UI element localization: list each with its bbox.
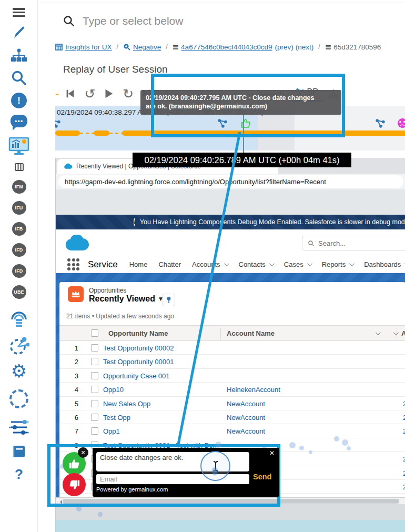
docs-book-icon[interactable] [0,445,38,458]
scrollbar-thumb[interactable] [63,499,399,504]
row-checkbox[interactable] [91,358,98,365]
restart-button[interactable]: ↺ [84,87,95,101]
sitemap-icon[interactable] [0,48,38,63]
chevron-down-icon[interactable] [393,330,399,335]
table-row[interactable]: 5New Sales OppNewAccount2 [59,397,405,410]
thumbs-down-button[interactable] [63,473,86,496]
app-launcher-icon[interactable] [67,258,79,270]
column-header-account-name[interactable]: Account Name [227,329,275,337]
play-button[interactable] [103,88,114,99]
menu-icon[interactable] [0,6,38,18]
row-checkbox[interactable] [91,427,98,435]
event-marker-network-icon[interactable] [217,118,228,131]
listener-icon[interactable] [0,308,38,328]
url-bar[interactable]: https://gapm-dev-ed.lightning.force.com/… [58,175,403,188]
columns-icon[interactable] [0,163,38,171]
dashed-circle-icon[interactable] [0,389,38,408]
opportunity-name-link[interactable]: Opportunity Case 001 [103,372,169,380]
table-row[interactable]: 3Opportunity Case 001 [59,369,405,383]
row-checkbox[interactable] [91,400,98,407]
minimize-button[interactable]: - [55,87,59,101]
column-header-opportunity-name[interactable]: Opportunity Name [108,329,168,337]
dismiss-badge[interactable]: ✕ [78,447,88,458]
event-marker-network-icon[interactable] [375,118,386,131]
list-view-selector[interactable]: Recently Viewed▼ [89,294,163,304]
pin-icon [166,296,172,304]
event-marker-negative-face-icon[interactable] [397,118,405,131]
sliders-icon[interactable] [0,418,38,436]
breadcrumb-insights-link[interactable]: Insights for UX [65,43,112,51]
scroll-left-arrow-icon[interactable] [58,500,62,504]
account-name-link[interactable]: NewAccount [227,414,265,421]
row-checkbox[interactable] [91,344,98,352]
timeline-playhead[interactable] [243,115,244,153]
page-title: Replay of User Session [63,64,168,75]
sidebar-badge-ifd-3[interactable]: IFD [12,243,26,257]
next-link[interactable]: (next) [296,43,314,51]
breadcrumb-session-link[interactable]: 4a677546c0becf44043c0cd9 [181,43,272,51]
opportunity-name-link[interactable]: Opp1 [103,427,120,435]
mouse-trail-dot [347,446,351,450]
table-row[interactable]: 6Test OppNewAccount2 [59,410,405,424]
pen-icon[interactable] [0,25,38,41]
opportunity-name-link[interactable]: Test Opportunity 00002 [103,344,174,352]
table-row[interactable]: 4Opp10HeinekenAccount [59,383,405,396]
prev-link[interactable]: (prev) [275,43,293,51]
opportunity-name-link[interactable]: Opp10 [103,386,124,394]
salesforce-search-box[interactable]: Search... [302,236,405,250]
table-row[interactable]: 7Opp1NewAccount2 [59,424,405,438]
account-name-link[interactable]: HeinekenAccount [227,386,280,394]
chevron-down-icon[interactable] [307,261,312,266]
close-icon[interactable]: ✕ [269,449,275,457]
pin-button[interactable] [163,294,175,306]
sf-tab-chatter[interactable]: Chatter [158,260,181,268]
breadcrumb-negative-link[interactable]: Negative [133,43,161,51]
opportunity-name-link[interactable]: New Sales Opp [103,400,150,408]
table-row[interactable]: 1Test Opportunity 00002 [59,341,405,355]
chevron-down-icon[interactable] [269,261,275,266]
opportunity-name-link[interactable]: Test Opportunity 00001 [103,358,174,366]
row-checkbox[interactable] [91,386,98,393]
account-name-link[interactable]: NewAccount [227,400,265,408]
chevron-down-icon[interactable] [224,261,229,266]
chevron-down-icon[interactable] [376,330,381,335]
alert-icon[interactable]: ! [0,93,38,108]
mouse-trail-dot [76,506,82,511]
sf-tab-contacts[interactable]: Contacts [239,260,273,268]
column-header-next[interactable]: A [401,329,405,337]
sf-tab-accounts[interactable]: Accounts [192,260,227,268]
mouse-trail-dot [289,442,296,448]
sidebar-badge-ifb-2[interactable]: IFB [12,222,26,236]
sidebar-badge-ube-5[interactable]: UBE [12,285,26,299]
mouse-trail-dot [342,439,348,446]
select-all-checkbox[interactable] [91,329,98,337]
skip-start-button[interactable] [64,88,76,99]
event-marker-network-icon[interactable] [55,118,61,131]
sidebar-badge-ifu-1[interactable]: IFU [12,201,26,215]
sf-tab-cases[interactable]: Cases [284,260,311,268]
table-row[interactable]: 2Test Opportunity 00001 [59,355,405,368]
sf-tab-dashboards[interactable]: Dashboards [364,260,405,268]
process-share-icon[interactable] [0,335,38,356]
global-search[interactable]: Type or select below [55,5,405,37]
sf-tab-reports[interactable]: Reports [322,260,353,268]
row-checkbox[interactable] [91,414,98,421]
sidebar-badge-ifm-0[interactable]: IFM [12,180,26,194]
row-checkbox[interactable] [91,372,98,379]
chat-icon[interactable]: ••• [0,115,38,127]
horizontal-scrollbar[interactable] [56,497,405,504]
account-name-link[interactable]: NewAccount [227,427,265,435]
search-icon[interactable] [0,69,38,86]
event-marker-thumbs-up-icon[interactable] [240,118,251,131]
chevron-down-icon[interactable] [349,261,355,266]
opportunity-name-link[interactable]: Test Opp [103,414,130,421]
session-replay-icon[interactable] [0,137,38,156]
settings-gear-icon[interactable]: ⚙ [0,362,38,380]
sidebar-badge-ifd-4[interactable]: IFD [12,264,26,278]
column-divider [220,328,221,339]
salesforce-nav-bar: Service HomeChatterAccountsContactsCases… [56,256,405,273]
sf-tab-home[interactable]: Home [129,260,148,268]
redo-button[interactable]: ↻ [123,87,134,101]
send-button[interactable]: Send [253,473,271,481]
help-icon[interactable]: ? [0,466,38,483]
